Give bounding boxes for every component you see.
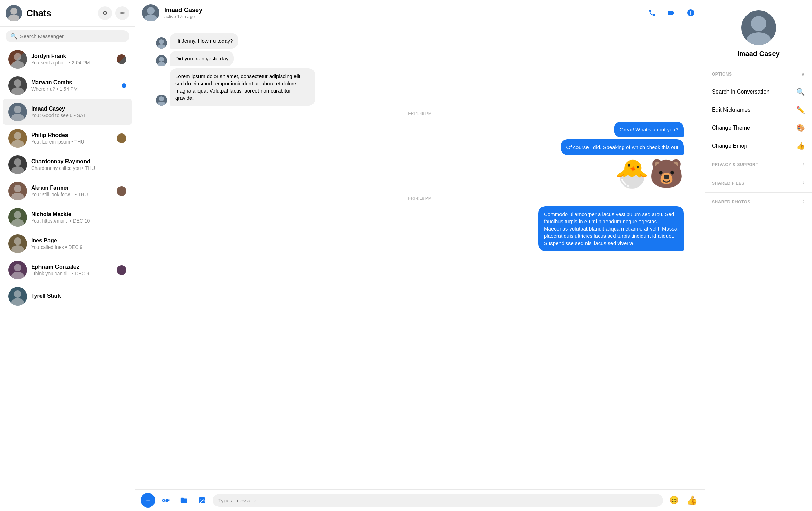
chat-item-avatar — [8, 287, 27, 306]
svg-point-23 — [144, 15, 157, 21]
message-input[interactable] — [213, 494, 663, 507]
svg-point-35 — [747, 32, 771, 45]
change-theme-label: Change Theme — [712, 125, 750, 131]
files-chevron-icon: 〈 — [800, 180, 805, 187]
svg-point-15 — [11, 219, 24, 227]
outgoing-message-bubble: Great! What's about you? — [614, 122, 684, 137]
chat-item-preview: Chardonnay called you • THU — [31, 165, 126, 171]
change-theme-option[interactable]: Change Theme 🎨 — [705, 119, 812, 137]
incoming-message-wrap: Did you train yesterday — [156, 51, 234, 66]
files-section-title: SHARED FILES — [712, 181, 744, 186]
chat-list-item[interactable]: Imaad Casey You: Good to see u • SAT — [3, 99, 132, 125]
chat-item-info: Akram Farmer You: still look forw... • T… — [31, 185, 117, 197]
chat-list-item[interactable]: Philip Rhodes You: Lorem ipsum • THU — [3, 125, 132, 151]
outgoing-message-bubble: Commodo ullamcorper a lacus vestibulum s… — [538, 206, 684, 251]
chat-item-thumb — [117, 133, 126, 143]
svg-point-1 — [8, 15, 19, 21]
right-panel: Imaad Casey OPTIONS ∨ Search in Conversa… — [705, 0, 812, 511]
change-emoji-icon: 👍 — [796, 142, 805, 150]
chat-item-name: Chardonnay Raymond — [31, 158, 126, 165]
svg-point-31 — [157, 102, 166, 106]
svg-point-6 — [14, 106, 21, 113]
svg-point-17 — [11, 245, 24, 253]
privacy-section-header[interactable]: PRIVACY & SUPPORT 〈 — [705, 155, 812, 174]
time-label: FRI 4:18 PM — [156, 196, 684, 201]
chat-item-name: Akram Farmer — [31, 185, 117, 191]
chat-item-avatar — [8, 261, 27, 279]
chat-header-actions: i — [645, 6, 698, 20]
svg-point-22 — [147, 7, 155, 15]
attachment-button[interactable] — [177, 493, 191, 508]
add-button[interactable]: + — [141, 493, 155, 508]
svg-point-4 — [14, 79, 21, 87]
svg-point-30 — [159, 96, 164, 101]
phone-button[interactable] — [645, 6, 659, 20]
svg-point-21 — [11, 298, 24, 306]
chat-item-preview: You: Good to see u • SAT — [31, 113, 126, 118]
change-emoji-option[interactable]: Change Emoji 👍 — [705, 137, 812, 155]
chat-item-info: Ines Page You called Ines • DEC 9 — [31, 237, 126, 250]
chat-list-item[interactable]: Tyrell Stark — [3, 284, 132, 309]
svg-point-27 — [157, 44, 166, 49]
chat-header: Imaad Casey active 17m ago i — [135, 0, 705, 26]
chat-item-right — [117, 133, 126, 143]
edit-nicknames-option[interactable]: Edit Nicknames ✏️ — [705, 101, 812, 119]
incoming-message-wrap: Hi Jenny, How r u today? — [156, 33, 238, 49]
photos-section-header[interactable]: SHARED PHOTOS 〈 — [705, 193, 812, 211]
svg-point-13 — [11, 193, 24, 200]
chat-item-avatar — [8, 76, 27, 95]
files-section-header[interactable]: SHARED FILES 〈 — [705, 174, 812, 192]
sidebar-title: Chats — [26, 8, 98, 19]
options-section-header[interactable]: OPTIONS ∨ — [705, 65, 812, 83]
image-button[interactable] — [195, 493, 209, 508]
chat-list: Jordyn Frank You sent a photo • 2:04 PM … — [0, 46, 135, 511]
chat-contact-status: active 17m ago — [164, 14, 645, 19]
chat-item-preview: You: Lorem ipsum • THU — [31, 139, 117, 145]
search-input-wrap: 🔍 — [6, 30, 129, 42]
chat-item-preview: You called Ines • DEC 9 — [31, 244, 126, 250]
chat-item-preview: I think you can d... • DEC 9 — [31, 271, 117, 276]
message-sender-avatar — [156, 95, 167, 106]
chat-item-right — [117, 54, 126, 64]
sticker: 🐣🐻 — [615, 160, 684, 188]
chat-item-avatar — [8, 50, 27, 69]
chat-item-right — [122, 83, 126, 88]
chat-contact-name: Imaad Casey — [164, 7, 645, 14]
chat-list-item[interactable]: Chardonnay Raymond Chardonnay called you… — [3, 152, 132, 177]
change-emoji-label: Change Emoji — [712, 143, 747, 149]
chat-item-name: Ephraim Gonzalez — [31, 264, 117, 270]
sidebar-header: Chats ⚙ ✏ — [0, 0, 135, 27]
info-button[interactable]: i — [684, 6, 698, 20]
like-button[interactable]: 👍 — [685, 493, 699, 508]
chat-list-item[interactable]: Akram Farmer You: still look forw... • T… — [3, 178, 132, 204]
unread-indicator — [122, 83, 126, 88]
svg-point-16 — [14, 237, 21, 245]
chat-list-item[interactable]: Jordyn Frank You sent a photo • 2:04 PM — [3, 46, 132, 72]
chat-item-name: Jordyn Frank — [31, 53, 117, 59]
sidebar: Chats ⚙ ✏ 🔍 Jordyn Frank You sent a phot… — [0, 0, 135, 511]
message-sender-avatar — [156, 55, 167, 66]
svg-point-9 — [11, 140, 24, 148]
search-in-conversation-option[interactable]: Search in Conversation 🔍 — [705, 83, 812, 101]
right-contact-name: Imaad Casey — [737, 50, 779, 58]
chat-item-info: Nichola Mackie You: https://mui... • DEC… — [31, 211, 126, 224]
settings-button[interactable]: ⚙ — [98, 6, 112, 20]
user-avatar — [6, 5, 22, 21]
chat-list-item[interactable]: Marwan Combs Where r u? • 1:54 PM — [3, 73, 132, 98]
video-button[interactable] — [664, 6, 678, 20]
chat-item-info: Tyrell Stark — [31, 293, 126, 300]
search-input[interactable] — [20, 33, 124, 39]
chat-list-item[interactable]: Ines Page You called Ines • DEC 9 — [3, 231, 132, 257]
svg-point-29 — [157, 62, 166, 66]
chat-item-avatar — [8, 208, 27, 227]
gif-button[interactable]: GIF — [159, 493, 173, 508]
chat-list-item[interactable]: Nichola Mackie You: https://mui... • DEC… — [3, 205, 132, 230]
time-label: FRI 1:46 PM — [156, 111, 684, 116]
privacy-section: PRIVACY & SUPPORT 〈 — [705, 155, 812, 174]
chat-item-info: Imaad Casey You: Good to see u • SAT — [31, 106, 126, 118]
chat-list-item[interactable]: Ephraim Gonzalez I think you can d... • … — [3, 257, 132, 283]
compose-button[interactable]: ✏ — [115, 6, 129, 20]
chat-item-avatar — [8, 182, 27, 200]
chat-item-thumb — [117, 54, 126, 64]
emoji-button[interactable]: 😊 — [667, 493, 681, 508]
